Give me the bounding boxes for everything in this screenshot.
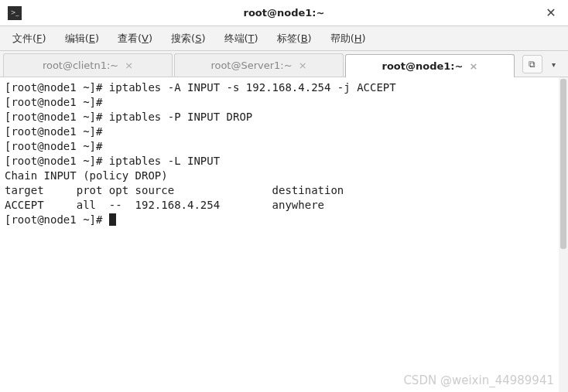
tab-menu-chevron-icon[interactable]: ▾ — [549, 57, 559, 72]
tab-node1[interactable]: root@node1:~ × — [345, 54, 515, 77]
menu-help[interactable]: 帮助(H) — [323, 29, 374, 49]
menu-tabs[interactable]: 标签(B) — [269, 29, 320, 49]
tab-close-button[interactable]: × — [469, 60, 477, 72]
new-tab-button[interactable]: ⧉ — [522, 55, 542, 73]
tab-close-button[interactable]: × — [125, 60, 133, 71]
tabbar: root@clietn1:~ × root@Server1:~ × root@n… — [0, 51, 568, 77]
tab-label: root@Server1:~ — [210, 60, 292, 71]
tab-client1[interactable]: root@clietn1:~ × — [3, 53, 173, 77]
window-titlebar: >_ root@node1:~ ✕ — [0, 0, 568, 26]
tab-close-button[interactable]: × — [299, 60, 307, 71]
tab-label: root@clietn1:~ — [43, 60, 118, 71]
menu-file[interactable]: 文件(F) — [5, 29, 54, 49]
tab-tools: ⧉ ▾ — [516, 55, 565, 77]
menubar: 文件(F) 编辑(E) 查看(V) 搜索(S) 终端(T) 标签(B) 帮助(H… — [0, 26, 568, 51]
terminal-output[interactable]: [root@node1 ~]# iptables -A INPUT -s 192… — [0, 77, 568, 392]
vertical-scrollbar[interactable] — [559, 77, 568, 392]
terminal-cursor — [109, 213, 116, 226]
window-title: root@node1:~ — [0, 7, 568, 19]
tab-label: root@node1:~ — [382, 60, 464, 72]
menu-edit[interactable]: 编辑(E) — [57, 29, 107, 49]
menu-search[interactable]: 搜索(S) — [163, 29, 213, 49]
terminal-app-icon: >_ — [8, 6, 22, 20]
menu-terminal[interactable]: 终端(T) — [217, 29, 266, 49]
scrollbar-thumb[interactable] — [560, 79, 566, 249]
window-close-button[interactable]: ✕ — [543, 5, 559, 21]
menu-view[interactable]: 查看(V) — [110, 29, 160, 49]
tab-server1[interactable]: root@Server1:~ × — [174, 53, 344, 77]
